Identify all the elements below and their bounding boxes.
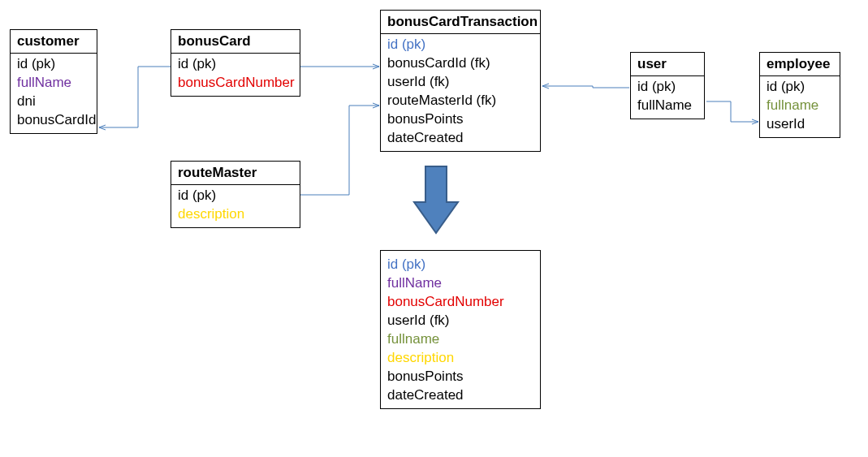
field: bonusCardId (fk) (387, 54, 533, 73)
field: userId (fk) (387, 73, 533, 92)
field: id (pk) (637, 78, 697, 97)
field: description (387, 349, 533, 368)
field: bonusPoints (387, 368, 533, 386)
field: bonusPoints (387, 110, 533, 129)
entity-employee-title: employee (760, 53, 840, 76)
entity-user-title: user (631, 53, 704, 76)
entity-employee-body: id (pk)fullnameuserId (760, 76, 840, 137)
field: dni (17, 93, 90, 111)
big-down-arrow-icon (411, 163, 461, 238)
entity-customer-title: customer (11, 30, 97, 54)
field: id (pk) (767, 78, 833, 97)
entity-customer-body: id (pk)fullNamednibonusCardId (11, 54, 97, 133)
field: bonusCardNumber (178, 74, 293, 93)
field: dateCreated (387, 129, 533, 148)
entity-result-body: id (pk)fullNamebonusCardNumberuserId (fk… (381, 251, 540, 408)
entity-bonuscard-body: id (pk)bonusCardNumber (171, 54, 300, 96)
field: userId (fk) (387, 312, 533, 330)
field: userId (767, 115, 833, 134)
entity-bonuscardtransaction-body: id (pk)bonusCardId (fk)userId (fk)routeM… (381, 34, 540, 151)
field: fullName (17, 74, 90, 93)
entity-customer: customer id (pk)fullNamednibonusCardId (10, 29, 97, 134)
field: dateCreated (387, 386, 533, 405)
field: fullName (387, 274, 533, 293)
field: id (pk) (387, 256, 533, 274)
entity-user: user id (pk)fullName (630, 52, 705, 119)
entity-bonuscardtransaction: bonusCardTransaction id (pk)bonusCardId … (380, 10, 541, 152)
field: fullname (767, 97, 833, 115)
field: description (178, 205, 293, 224)
entity-bonuscard: bonusCard id (pk)bonusCardNumber (171, 29, 300, 97)
entity-routemaster-body: id (pk)description (171, 185, 300, 227)
entity-routemaster: routeMaster id (pk)description (171, 161, 300, 228)
field: fullname (387, 330, 533, 349)
field: id (pk) (387, 36, 533, 54)
field: id (pk) (17, 55, 90, 74)
field: bonusCardNumber (387, 293, 533, 312)
entity-employee: employee id (pk)fullnameuserId (759, 52, 840, 138)
entity-bonuscard-title: bonusCard (171, 30, 300, 54)
entity-routemaster-title: routeMaster (171, 162, 300, 185)
field: fullName (637, 97, 697, 115)
field: id (pk) (178, 55, 293, 74)
field: routeMasterId (fk) (387, 92, 533, 110)
entity-result: id (pk)fullNamebonusCardNumberuserId (fk… (380, 250, 541, 409)
field: id (pk) (178, 187, 293, 205)
field: bonusCardId (17, 111, 90, 130)
entity-user-body: id (pk)fullName (631, 76, 704, 119)
entity-bonuscardtransaction-title: bonusCardTransaction (381, 11, 540, 34)
